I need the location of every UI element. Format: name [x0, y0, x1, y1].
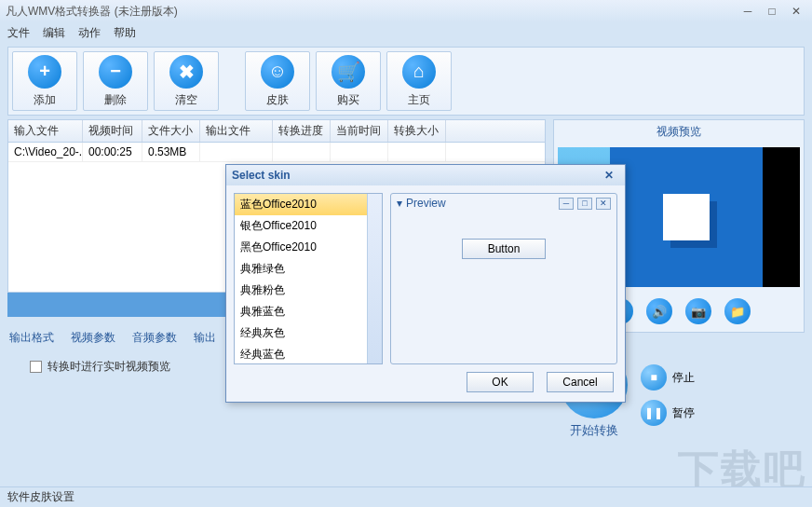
- stop-icon: ■: [641, 364, 667, 391]
- home-icon: ⌂: [402, 55, 436, 89]
- col-curtime[interactable]: 当前时间: [331, 120, 388, 142]
- skin-item[interactable]: 典雅蓝色: [235, 301, 382, 322]
- toggle-icon[interactable]: ▾: [397, 197, 402, 210]
- volume-button[interactable]: 🔊: [646, 298, 672, 324]
- status-bar: 软件皮肤设置: [0, 486, 812, 507]
- skin-item[interactable]: 经典蓝色: [235, 344, 382, 364]
- buy-button[interactable]: 🛒购买: [316, 51, 381, 111]
- cancel-button[interactable]: Cancel: [547, 372, 614, 392]
- snapshot-button[interactable]: 📷: [685, 298, 711, 324]
- cell-vtime: 00:00:25: [83, 143, 142, 161]
- title-bar: 凡人WMV格式转换器 (未注册版本) ─ □ ✕: [0, 0, 812, 22]
- skin-item[interactable]: 典雅绿色: [235, 258, 382, 280]
- cell-input: C:\Video_20-...: [8, 143, 83, 161]
- col-csize[interactable]: 转换大小: [388, 120, 446, 142]
- col-output[interactable]: 输出文件: [200, 120, 273, 142]
- preview-groupbox: ▾ Preview ─ □ ✕ Button: [390, 193, 617, 364]
- maximize-button[interactable]: □: [762, 4, 782, 19]
- checkbox-icon: [30, 361, 42, 373]
- tab-audio-params[interactable]: 音频参数: [132, 326, 177, 349]
- skin-item[interactable]: 典雅粉色: [235, 280, 382, 301]
- preview-max-button[interactable]: □: [577, 198, 592, 210]
- tab-video-params[interactable]: 视频参数: [71, 326, 115, 349]
- status-text: 软件皮肤设置: [7, 489, 74, 505]
- preview-close-button[interactable]: ✕: [596, 198, 611, 210]
- pause-icon: ❚❚: [641, 400, 667, 426]
- col-progress[interactable]: 转换进度: [273, 120, 331, 142]
- window-title: 凡人WMV格式转换器 (未注册版本): [6, 4, 178, 20]
- menu-edit[interactable]: 编辑: [43, 25, 65, 41]
- skin-button[interactable]: ☺皮肤: [245, 51, 310, 111]
- pause-convert-button[interactable]: ❚❚暂停: [641, 400, 695, 426]
- table-row[interactable]: C:\Video_20-... 00:00:25 0.53MB: [8, 143, 545, 162]
- cart-icon: 🛒: [332, 55, 365, 89]
- skin-listbox[interactable]: 蓝色Office2010 银色Office2010 黑色Office2010 典…: [234, 193, 383, 364]
- col-vtime[interactable]: 视频时间: [83, 120, 142, 142]
- dialog-titlebar[interactable]: Select skin ✕: [226, 165, 625, 185]
- ok-button[interactable]: OK: [467, 372, 534, 392]
- checkbox-label: 转换时进行实时视频预览: [47, 359, 170, 375]
- preview-title: 视频预览: [554, 120, 804, 144]
- start-label: 开始转换: [561, 422, 628, 439]
- col-input[interactable]: 输入文件: [8, 120, 83, 142]
- minus-icon: −: [99, 55, 132, 89]
- home-button[interactable]: ⌂主页: [386, 51, 452, 111]
- stop-convert-button[interactable]: ■停止: [641, 364, 695, 391]
- plus-icon: +: [28, 55, 61, 89]
- grid-header: 输入文件 视频时间 文件大小 输出文件 转换进度 当前时间 转换大小: [8, 120, 545, 143]
- clear-button[interactable]: ✖清空: [154, 51, 219, 111]
- skin-item[interactable]: 蓝色Office2010: [235, 194, 382, 215]
- preview-sample-button[interactable]: Button: [462, 239, 546, 259]
- menu-file[interactable]: 文件: [7, 25, 30, 41]
- skin-item[interactable]: 黑色Office2010: [235, 237, 382, 258]
- tab-output-format[interactable]: 输出格式: [9, 326, 54, 349]
- menu-bar: 文件 编辑 动作 帮助: [0, 22, 812, 43]
- menu-action[interactable]: 动作: [78, 25, 101, 41]
- close-button[interactable]: ✕: [786, 4, 806, 19]
- dialog-title: Select skin: [232, 169, 291, 182]
- open-folder-button[interactable]: 📁: [724, 298, 751, 324]
- smile-icon: ☺: [261, 55, 294, 89]
- minimize-button[interactable]: ─: [738, 4, 758, 19]
- skin-item[interactable]: 银色Office2010: [235, 215, 382, 237]
- delete-button[interactable]: −删除: [83, 51, 148, 111]
- dialog-close-button[interactable]: ✕: [599, 168, 619, 183]
- menu-help[interactable]: 帮助: [114, 25, 136, 41]
- x-icon: ✖: [169, 55, 203, 89]
- preview-label: Preview: [406, 197, 446, 210]
- toolbar: +添加 −删除 ✖清空 ☺皮肤 🛒购买 ⌂主页: [7, 47, 805, 116]
- add-button[interactable]: +添加: [12, 51, 77, 111]
- tab-output[interactable]: 输出: [194, 326, 216, 349]
- col-fsize[interactable]: 文件大小: [142, 120, 200, 142]
- skin-item[interactable]: 经典灰色: [235, 322, 382, 344]
- preview-min-button[interactable]: ─: [559, 198, 574, 210]
- select-skin-dialog: Select skin ✕ 蓝色Office2010 银色Office2010 …: [225, 164, 626, 403]
- cell-fsize: 0.53MB: [142, 143, 200, 161]
